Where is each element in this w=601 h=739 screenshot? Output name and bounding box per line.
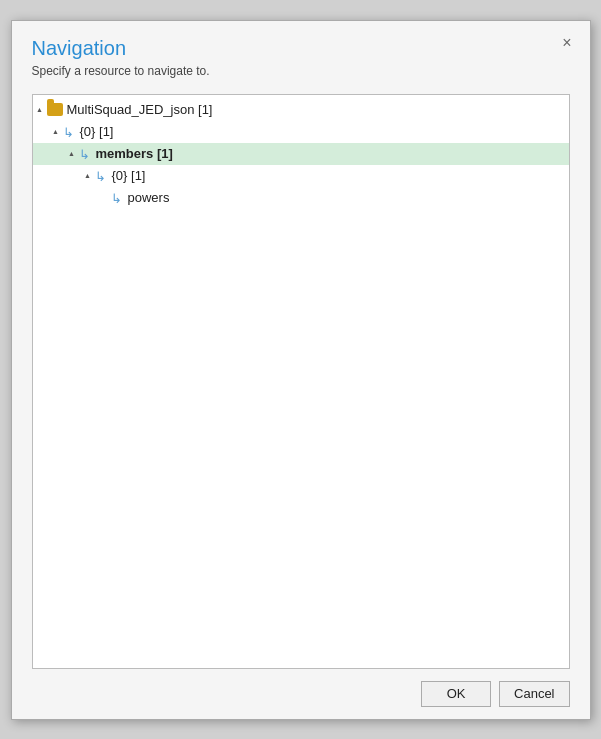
folder-icon xyxy=(47,103,63,116)
tree-toggle-powers xyxy=(97,191,111,205)
node-label-root: MultiSquad_JED_json [1] xyxy=(67,102,213,117)
navigation-dialog: Navigation Specify a resource to navigat… xyxy=(11,20,591,720)
tree-node-powers[interactable]: powers xyxy=(33,187,569,209)
tree-container: MultiSquad_JED_json [1]{0} [1]members [1… xyxy=(32,94,570,669)
arrow-icon xyxy=(63,125,77,139)
ok-button[interactable]: OK xyxy=(421,681,491,707)
node-label-powers: powers xyxy=(128,190,170,205)
node-label-members: members [1] xyxy=(96,146,173,161)
tree-toggle-members[interactable] xyxy=(65,147,79,161)
tree-toggle-level1[interactable] xyxy=(49,125,63,139)
tree-node-root[interactable]: MultiSquad_JED_json [1] xyxy=(33,99,569,121)
tree-toggle-root[interactable] xyxy=(33,103,47,117)
cancel-button[interactable]: Cancel xyxy=(499,681,569,707)
tree-node-level2[interactable]: {0} [1] xyxy=(33,165,569,187)
dialog-title: Navigation xyxy=(32,37,570,60)
dialog-header: Navigation Specify a resource to navigat… xyxy=(12,21,590,94)
node-label-level2: {0} [1] xyxy=(112,168,146,183)
arrow-icon xyxy=(111,191,125,205)
tree-toggle-level2[interactable] xyxy=(81,169,95,183)
tree-node-members[interactable]: members [1] xyxy=(33,143,569,165)
tree-node-level1[interactable]: {0} [1] xyxy=(33,121,569,143)
arrow-icon xyxy=(95,169,109,183)
dialog-footer: OK Cancel xyxy=(12,669,590,719)
dialog-subtitle: Specify a resource to navigate to. xyxy=(32,64,570,78)
node-label-level1: {0} [1] xyxy=(80,124,114,139)
arrow-icon xyxy=(79,147,93,161)
close-button[interactable]: × xyxy=(558,33,575,53)
